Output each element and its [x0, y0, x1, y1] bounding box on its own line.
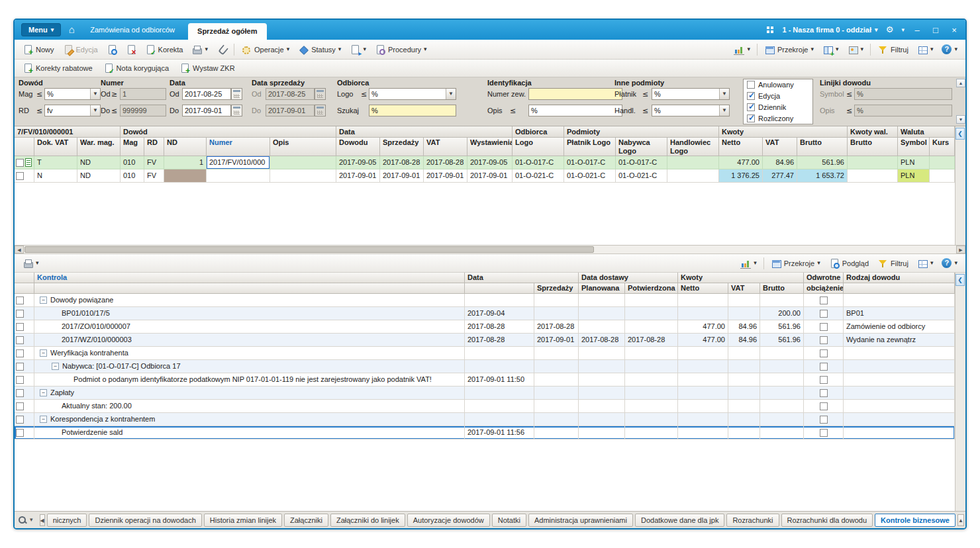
row-checkbox[interactable] [16, 297, 24, 304]
column-group-header[interactable]: Rodzaj dowodu [844, 273, 955, 283]
column-subheader[interactable]: Brutto [760, 283, 804, 294]
bottom-tab-załączniki-do-linijek[interactable]: Załączniki do linijek [330, 514, 405, 527]
cell-netto[interactable] [678, 360, 728, 373]
collapse-node-icon[interactable]: − [40, 389, 47, 396]
scroll-right-icon[interactable]: ▶ [956, 246, 965, 253]
checkbox-anulowany[interactable]: Anulowany [747, 81, 794, 89]
row-checkbox[interactable] [16, 323, 24, 331]
tree-row[interactable]: Potwierdzenie sald2017-09-01 11:56 [15, 426, 955, 439]
row-selector[interactable] [15, 387, 34, 400]
cell-brutto[interactable] [760, 347, 804, 360]
bottom-chart-button[interactable]: ▾ [736, 255, 761, 271]
cell-potwierdzona[interactable]: 2017-08-28 [625, 334, 678, 347]
column-group-header[interactable]: Odwrotne [804, 273, 844, 283]
cell-planowana[interactable]: 2017-08-28 [579, 334, 625, 347]
cell-vat[interactable] [728, 400, 760, 413]
cell-brutto[interactable] [760, 413, 804, 426]
handlowiec-select[interactable]: %▼ [652, 105, 730, 116]
column-group-header[interactable]: Kwoty [678, 273, 804, 283]
cell-brutto_wal[interactable] [848, 169, 898, 183]
filtruj-button[interactable]: Filtruj [873, 42, 912, 58]
cell-d_vat[interactable]: 2017-08-28 [424, 156, 467, 169]
cell-d_dowodu[interactable]: 2017-09-01 [336, 169, 380, 183]
cell-rodzaj-dowodu[interactable]: Zamówienie od odbiorcy [844, 320, 955, 334]
cell-kontrola[interactable]: 2017/ZO/010/000007 [34, 320, 465, 334]
cell-numer[interactable] [207, 169, 270, 183]
cell-potwierdzona[interactable] [625, 373, 678, 387]
bottom-help-button[interactable]: ?▾ [938, 255, 961, 271]
collapse-tabs-icon[interactable]: ▲ [957, 514, 964, 526]
cell-rodzaj-dowodu[interactable]: Wydanie na zewnątrz [844, 334, 955, 347]
dropdown-arrow-icon[interactable]: ▼ [719, 89, 729, 99]
collapse-panel-icon[interactable]: ❮ [956, 128, 965, 140]
scrollbar-thumb[interactable] [24, 246, 594, 253]
bottom-tab-rozrachunki[interactable]: Rozrachunki [726, 514, 779, 527]
data-sprzedazy-do-input[interactable]: 2017-09-01 [266, 105, 315, 116]
checkbox-edycja[interactable]: Edycja [747, 92, 780, 100]
odwrotne-checkbox[interactable] [820, 349, 828, 357]
cell-brutto[interactable]: 200.00 [760, 307, 804, 320]
cell-d_vat[interactable]: 2017-09-01 [424, 169, 467, 183]
dropdown-arrow-icon[interactable]: ▼ [446, 89, 456, 99]
cell-potwierdzona[interactable] [625, 400, 678, 413]
column-header-nd[interactable]: ND [164, 138, 207, 156]
cell-sprzedazy[interactable]: 2017-08-28 [534, 320, 579, 334]
cell-sprzedazy[interactable] [534, 413, 579, 426]
operacje-button[interactable]: Operacje▾ [237, 42, 293, 58]
cell-netto[interactable]: 477.00 [678, 334, 728, 347]
cell-potwierdzona[interactable] [625, 413, 678, 426]
row-selector[interactable] [15, 426, 34, 439]
row-selector[interactable] [15, 360, 34, 373]
linijki-opis-input[interactable]: % [854, 105, 952, 116]
column-header-handlowiec[interactable]: Handlowiec Logo [667, 138, 719, 156]
bottom-print-button[interactable]: ▾ [19, 255, 43, 271]
checkbox-icon[interactable] [747, 103, 755, 111]
cell-brutto[interactable] [760, 426, 804, 439]
attachments-button[interactable] [213, 42, 231, 58]
document-search-button[interactable] [103, 42, 121, 58]
platnik-select[interactable]: %▼ [652, 88, 730, 100]
maximize-button[interactable]: □ [930, 25, 942, 35]
chart-button[interactable]: ▾ [730, 42, 754, 58]
cell-planowana[interactable] [579, 294, 625, 307]
cell-rd[interactable]: FV [144, 156, 164, 169]
cell-planowana[interactable] [579, 413, 625, 426]
cell-vat[interactable] [728, 347, 760, 360]
cell-rd[interactable]: FV [144, 169, 164, 183]
bottom-grid-settings-button[interactable]: ▾ [913, 255, 938, 271]
horizontal-scrollbar[interactable]: ◀ ▶ [15, 246, 965, 254]
cell-data[interactable] [465, 347, 534, 360]
cell-d_wyst[interactable]: 2017-09-01 [467, 169, 513, 183]
column-header-netto[interactable]: Netto [719, 138, 763, 156]
print-button[interactable]: ▾ [187, 42, 212, 58]
cell-netto[interactable]: 1 376.25 [719, 169, 763, 183]
cell-vat[interactable] [728, 307, 760, 320]
cell-data[interactable] [465, 294, 534, 307]
cell-netto[interactable] [678, 373, 728, 387]
column-header-d_dowodu[interactable]: Dowodu [336, 138, 380, 156]
odwrotne-checkbox[interactable] [820, 389, 828, 397]
cell-vat[interactable] [728, 360, 760, 373]
collapse-node-icon[interactable]: − [40, 297, 47, 304]
row-selector[interactable] [15, 347, 34, 360]
linijki-symbol-input[interactable]: % [854, 88, 952, 100]
cell-planowana[interactable] [579, 426, 625, 439]
cell-kurs[interactable] [930, 156, 955, 169]
cell-sprzedazy[interactable] [534, 347, 579, 360]
cell-planowana[interactable] [579, 400, 625, 413]
cell-sprzedazy[interactable] [534, 373, 579, 387]
cell-netto[interactable] [678, 387, 728, 400]
cell-kontrola[interactable]: Aktualny stan: 200.00 [34, 400, 465, 413]
nowy-button[interactable]: Nowy [19, 42, 58, 58]
numer-od-input[interactable]: 1 [120, 88, 166, 100]
cell-nabywca[interactable]: 01-O-021-C [616, 169, 667, 183]
cell-potwierdzona[interactable] [625, 307, 678, 320]
cell-vat[interactable] [728, 373, 760, 387]
column-header-platnik[interactable]: Płatnik Logo [564, 138, 616, 156]
odbiorca-szukaj-input[interactable]: % [369, 105, 456, 116]
vertical-scrollbar[interactable]: ❮ [955, 273, 965, 511]
calendar-icon[interactable] [231, 88, 242, 100]
dropdown-arrow-icon[interactable]: ▼ [719, 105, 729, 116]
cell-brutto[interactable] [760, 400, 804, 413]
cell-sprzedazy[interactable] [534, 387, 579, 400]
